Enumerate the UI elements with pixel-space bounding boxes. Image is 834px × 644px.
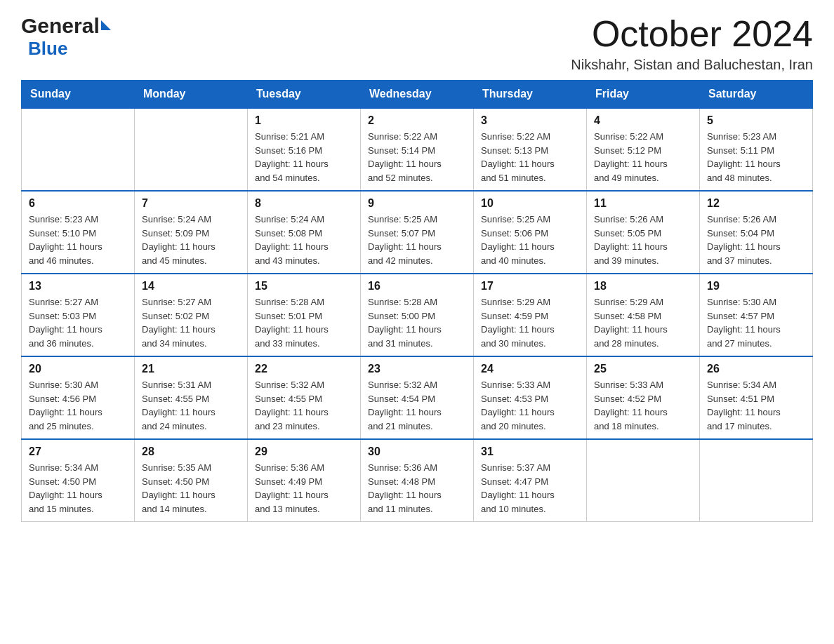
calendar-cell: 14Sunrise: 5:27 AM Sunset: 5:02 PM Dayli… [135,274,248,356]
day-number: 18 [594,280,692,293]
day-number: 2 [368,114,466,127]
day-number: 21 [142,363,240,375]
calendar-cell: 18Sunrise: 5:29 AM Sunset: 4:58 PM Dayli… [587,274,700,356]
weekday-header-friday: Friday [587,81,700,109]
calendar-cell: 12Sunrise: 5:26 AM Sunset: 5:04 PM Dayli… [700,191,813,274]
calendar-week-row: 1Sunrise: 5:21 AM Sunset: 5:16 PM Daylig… [22,108,813,191]
logo-general-text: General [21,14,100,38]
calendar-cell: 11Sunrise: 5:26 AM Sunset: 5:05 PM Dayli… [587,191,700,274]
calendar-cell: 5Sunrise: 5:23 AM Sunset: 5:11 PM Daylig… [700,108,813,191]
calendar-cell: 3Sunrise: 5:22 AM Sunset: 5:13 PM Daylig… [474,108,587,191]
calendar-cell: 20Sunrise: 5:30 AM Sunset: 4:56 PM Dayli… [22,356,135,439]
day-info: Sunrise: 5:32 AM Sunset: 4:54 PM Dayligh… [368,378,466,433]
day-number: 17 [481,280,579,293]
day-info: Sunrise: 5:34 AM Sunset: 4:51 PM Dayligh… [707,378,805,433]
day-number: 28 [142,445,240,458]
day-number: 11 [594,197,692,210]
day-info: Sunrise: 5:26 AM Sunset: 5:04 PM Dayligh… [707,213,805,267]
day-number: 4 [594,114,692,127]
calendar-week-row: 6Sunrise: 5:23 AM Sunset: 5:10 PM Daylig… [22,191,813,274]
day-info: Sunrise: 5:36 AM Sunset: 4:48 PM Dayligh… [368,461,466,516]
calendar-cell: 8Sunrise: 5:24 AM Sunset: 5:08 PM Daylig… [248,191,361,274]
calendar-cell [135,108,248,191]
calendar-cell: 9Sunrise: 5:25 AM Sunset: 5:07 PM Daylig… [361,191,474,274]
day-number: 29 [255,445,353,458]
day-number: 7 [142,197,240,210]
page-header: General Blue October 2024 Nikshahr, Sist… [21,14,813,73]
weekday-header-thursday: Thursday [474,81,587,109]
title-section: October 2024 Nikshahr, Sistan and Baluch… [571,14,813,73]
location-title: Nikshahr, Sistan and Baluchestan, Iran [571,57,813,73]
weekday-header-saturday: Saturday [700,81,813,109]
day-info: Sunrise: 5:25 AM Sunset: 5:06 PM Dayligh… [481,213,579,267]
calendar-cell: 31Sunrise: 5:37 AM Sunset: 4:47 PM Dayli… [474,439,587,522]
calendar-cell: 24Sunrise: 5:33 AM Sunset: 4:53 PM Dayli… [474,356,587,439]
day-info: Sunrise: 5:35 AM Sunset: 4:50 PM Dayligh… [142,461,240,516]
day-info: Sunrise: 5:22 AM Sunset: 5:14 PM Dayligh… [368,130,466,185]
weekday-header-sunday: Sunday [22,81,135,109]
day-number: 26 [707,363,805,375]
day-info: Sunrise: 5:28 AM Sunset: 5:00 PM Dayligh… [368,295,466,350]
calendar-cell [587,439,700,522]
day-number: 12 [707,197,805,210]
calendar-cell: 23Sunrise: 5:32 AM Sunset: 4:54 PM Dayli… [361,356,474,439]
logo-blue-text: Blue [28,38,67,59]
calendar-cell: 25Sunrise: 5:33 AM Sunset: 4:52 PM Dayli… [587,356,700,439]
day-number: 27 [29,445,127,458]
calendar-cell: 27Sunrise: 5:34 AM Sunset: 4:50 PM Dayli… [22,439,135,522]
day-number: 31 [481,445,579,458]
day-info: Sunrise: 5:26 AM Sunset: 5:05 PM Dayligh… [594,213,692,267]
day-info: Sunrise: 5:23 AM Sunset: 5:10 PM Dayligh… [29,213,127,267]
calendar-cell: 21Sunrise: 5:31 AM Sunset: 4:55 PM Dayli… [135,356,248,439]
day-info: Sunrise: 5:25 AM Sunset: 5:07 PM Dayligh… [368,213,466,267]
calendar-cell: 13Sunrise: 5:27 AM Sunset: 5:03 PM Dayli… [22,274,135,356]
day-info: Sunrise: 5:30 AM Sunset: 4:56 PM Dayligh… [29,378,127,433]
calendar-cell: 19Sunrise: 5:30 AM Sunset: 4:57 PM Dayli… [700,274,813,356]
day-number: 3 [481,114,579,127]
calendar-cell: 22Sunrise: 5:32 AM Sunset: 4:55 PM Dayli… [248,356,361,439]
day-number: 24 [481,363,579,375]
day-number: 6 [29,197,127,210]
day-number: 16 [368,280,466,293]
calendar-table: SundayMondayTuesdayWednesdayThursdayFrid… [21,80,813,522]
day-number: 9 [368,197,466,210]
day-info: Sunrise: 5:30 AM Sunset: 4:57 PM Dayligh… [707,295,805,350]
logo-arrow-icon [101,20,111,30]
day-info: Sunrise: 5:36 AM Sunset: 4:49 PM Dayligh… [255,461,353,516]
day-info: Sunrise: 5:31 AM Sunset: 4:55 PM Dayligh… [142,378,240,433]
day-info: Sunrise: 5:23 AM Sunset: 5:11 PM Dayligh… [707,130,805,185]
logo: General Blue [21,14,111,60]
calendar-cell: 26Sunrise: 5:34 AM Sunset: 4:51 PM Dayli… [700,356,813,439]
day-number: 20 [29,363,127,375]
day-number: 19 [707,280,805,293]
day-info: Sunrise: 5:29 AM Sunset: 4:58 PM Dayligh… [594,295,692,350]
calendar-cell: 2Sunrise: 5:22 AM Sunset: 5:14 PM Daylig… [361,108,474,191]
calendar-cell: 30Sunrise: 5:36 AM Sunset: 4:48 PM Dayli… [361,439,474,522]
day-number: 5 [707,114,805,127]
day-info: Sunrise: 5:21 AM Sunset: 5:16 PM Dayligh… [255,130,353,185]
calendar-cell: 7Sunrise: 5:24 AM Sunset: 5:09 PM Daylig… [135,191,248,274]
calendar-cell: 10Sunrise: 5:25 AM Sunset: 5:06 PM Dayli… [474,191,587,274]
calendar-cell [700,439,813,522]
day-info: Sunrise: 5:34 AM Sunset: 4:50 PM Dayligh… [29,461,127,516]
day-info: Sunrise: 5:29 AM Sunset: 4:59 PM Dayligh… [481,295,579,350]
calendar-cell [22,108,135,191]
day-info: Sunrise: 5:24 AM Sunset: 5:08 PM Dayligh… [255,213,353,267]
calendar-week-row: 13Sunrise: 5:27 AM Sunset: 5:03 PM Dayli… [22,274,813,356]
calendar-cell: 17Sunrise: 5:29 AM Sunset: 4:59 PM Dayli… [474,274,587,356]
month-title: October 2024 [571,14,813,54]
day-number: 1 [255,114,353,127]
weekday-header-monday: Monday [135,81,248,109]
day-info: Sunrise: 5:27 AM Sunset: 5:03 PM Dayligh… [29,295,127,350]
day-number: 22 [255,363,353,375]
calendar-cell: 4Sunrise: 5:22 AM Sunset: 5:12 PM Daylig… [587,108,700,191]
calendar-cell: 1Sunrise: 5:21 AM Sunset: 5:16 PM Daylig… [248,108,361,191]
day-number: 15 [255,280,353,293]
calendar-cell: 15Sunrise: 5:28 AM Sunset: 5:01 PM Dayli… [248,274,361,356]
calendar-cell: 29Sunrise: 5:36 AM Sunset: 4:49 PM Dayli… [248,439,361,522]
day-info: Sunrise: 5:33 AM Sunset: 4:53 PM Dayligh… [481,378,579,433]
calendar-week-row: 20Sunrise: 5:30 AM Sunset: 4:56 PM Dayli… [22,356,813,439]
calendar-week-row: 27Sunrise: 5:34 AM Sunset: 4:50 PM Dayli… [22,439,813,522]
day-info: Sunrise: 5:27 AM Sunset: 5:02 PM Dayligh… [142,295,240,350]
day-info: Sunrise: 5:24 AM Sunset: 5:09 PM Dayligh… [142,213,240,267]
